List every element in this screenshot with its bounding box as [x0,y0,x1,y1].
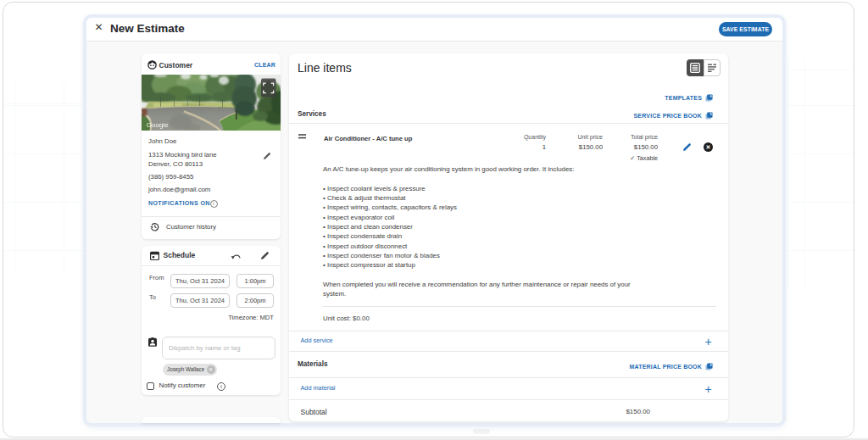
svg-text:Google: Google [147,121,169,129]
